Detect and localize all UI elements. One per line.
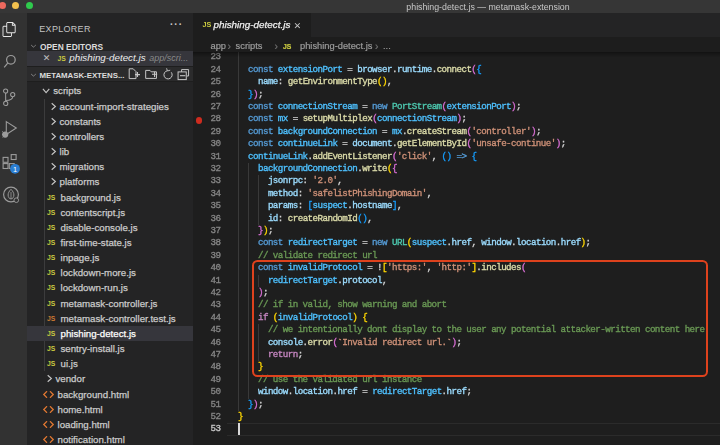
- svg-text:1: 1: [13, 165, 17, 174]
